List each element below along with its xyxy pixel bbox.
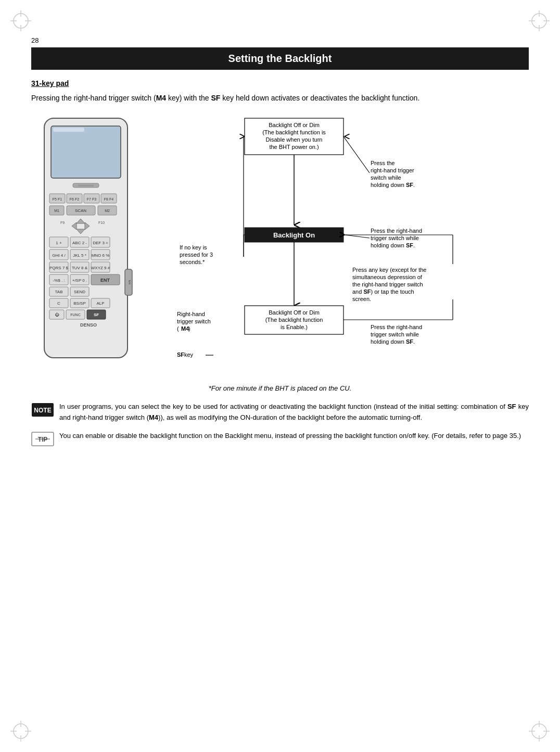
svg-text:(The backlight function: (The backlight function	[265, 317, 323, 323]
svg-text:F8 F4: F8 F4	[104, 197, 113, 201]
svg-line-99	[343, 136, 370, 173]
svg-text:Backlight Off or Dim: Backlight Off or Dim	[269, 309, 320, 316]
tip-icon: TIP	[31, 432, 54, 446]
svg-rect-22	[53, 128, 84, 132]
page-number: 28	[31, 36, 529, 44]
svg-text:F7 F3: F7 F3	[87, 197, 96, 201]
svg-text:Press any key (except for the: Press any key (except for the	[352, 267, 426, 273]
svg-text:(The backlight function is: (The backlight function is	[262, 129, 326, 135]
footnote: *For one minute if the BHT is placed on …	[31, 384, 529, 392]
flow-diagram: Backlight Off or Dim (The backlight func…	[177, 113, 529, 373]
corner-mark-tl	[10, 10, 31, 31]
svg-text:TIP: TIP	[38, 436, 48, 443]
svg-text:WXYZ 9 #: WXYZ 9 #	[91, 266, 110, 270]
corner-mark-bl	[10, 721, 31, 742]
svg-text:holding down SF.: holding down SF.	[371, 339, 415, 345]
svg-text:F6 F2: F6 F2	[70, 197, 79, 201]
svg-text:simultaneous depression of: simultaneous depression of	[352, 274, 423, 280]
svg-text:M2: M2	[105, 209, 110, 212]
svg-text:): )	[188, 325, 190, 332]
svg-text:+/SP 0 .: +/SP 0 .	[72, 278, 87, 283]
svg-text:Press the right-hand: Press the right-hand	[371, 228, 422, 234]
svg-text:ALP: ALP	[96, 301, 104, 306]
svg-text:NOTE: NOTE	[34, 407, 51, 414]
svg-text:F5 F1: F5 F1	[53, 197, 62, 201]
note-text: In user programs, you can select the key…	[59, 402, 529, 423]
note-icon: NOTE	[31, 403, 54, 417]
svg-text:right-hand trigger: right-hand trigger	[371, 167, 414, 173]
corner-mark-br	[529, 721, 550, 742]
tip-text: You can enable or disable the backlight …	[59, 431, 529, 442]
svg-text:M1: M1	[54, 209, 59, 212]
svg-text:GHI 4 /: GHI 4 /	[52, 253, 66, 258]
svg-text:and SF) or tap the touch: and SF) or tap the touch	[352, 289, 414, 295]
svg-text:(: (	[177, 325, 179, 332]
svg-text:1 +: 1 +	[56, 241, 62, 245]
diagram-area: F5 F1 F6 F2 F7 F3 F8 F4 M1 SCAN M2	[31, 113, 529, 375]
svg-text:trigger switch while: trigger switch while	[371, 235, 419, 241]
svg-text:C: C	[57, 301, 60, 306]
svg-text:trigger switch while: trigger switch while	[371, 331, 419, 337]
svg-text:BS/SP: BS/SP	[73, 301, 86, 306]
svg-text:FUNC: FUNC	[70, 313, 80, 317]
section-title: Setting the Backlight	[31, 47, 529, 70]
svg-rect-24	[78, 185, 94, 186]
svg-text:-%$ . :: -%$ . :	[53, 278, 65, 283]
svg-text:holding down SF.: holding down SF.	[371, 182, 415, 188]
svg-text:TUV 8 &: TUV 8 &	[72, 266, 88, 270]
svg-text:Backlight Off or Dim: Backlight Off or Dim	[269, 122, 320, 128]
svg-line-108	[345, 235, 370, 238]
svg-text:screen.: screen.	[352, 296, 371, 302]
svg-text:JKL 5 *: JKL 5 *	[73, 253, 86, 258]
svg-text:DEF 3 =: DEF 3 =	[93, 241, 108, 245]
svg-text:switch while: switch while	[371, 174, 401, 181]
svg-text:SF: SF	[177, 352, 184, 358]
svg-text:PQRS 7 $: PQRS 7 $	[49, 266, 69, 270]
intro-text: Pressing the right-hand trigger switch (…	[31, 93, 529, 104]
tip-block: TIP You can enable or disable the backli…	[31, 431, 529, 446]
svg-text:Backlight On: Backlight On	[273, 231, 315, 239]
svg-text:the right-hand trigger switch: the right-hand trigger switch	[352, 281, 423, 287]
svg-text:ENT: ENT	[100, 278, 110, 283]
svg-text:TAB: TAB	[55, 290, 63, 294]
svg-text:⏻: ⏻	[55, 312, 59, 317]
note-block: NOTE In user programs, you can select th…	[31, 402, 529, 423]
device-illustration: F5 F1 F6 F2 F7 F3 F8 F4 M1 SCAN M2	[31, 113, 167, 375]
svg-text:Press the right-hand: Press the right-hand	[371, 324, 422, 330]
svg-text:Right-hand: Right-hand	[177, 311, 205, 317]
svg-text:pressed for 3: pressed for 3	[180, 252, 213, 258]
svg-text:SF: SF	[94, 312, 99, 317]
svg-text:Disable when you turn: Disable when you turn	[266, 136, 323, 143]
svg-text:SEND: SEND	[74, 290, 85, 294]
svg-text:the BHT power on.): the BHT power on.)	[269, 144, 319, 150]
svg-text:MNO 6 %: MNO 6 %	[92, 253, 110, 258]
subsection-heading: 31-key pad	[31, 79, 529, 87]
svg-text:trigger switch: trigger switch	[177, 318, 211, 324]
svg-text:DENSO: DENSO	[80, 322, 97, 328]
svg-rect-21	[51, 126, 121, 178]
svg-text:holding down SF.: holding down SF.	[371, 242, 415, 248]
svg-text:key: key	[184, 352, 194, 358]
svg-text:If no key is: If no key is	[180, 244, 207, 250]
svg-text:SCAN: SCAN	[75, 208, 86, 213]
svg-text:seconds.*: seconds.*	[180, 259, 205, 265]
svg-text:is Enable.): is Enable.)	[281, 324, 308, 330]
svg-text:F9: F9	[60, 221, 65, 224]
svg-text:ABC 2 -: ABC 2 -	[72, 241, 87, 245]
corner-mark-tr	[529, 10, 550, 31]
svg-text:M4: M4	[128, 280, 131, 285]
svg-text:F10: F10	[98, 221, 105, 224]
svg-text:Press the: Press the	[371, 160, 394, 166]
